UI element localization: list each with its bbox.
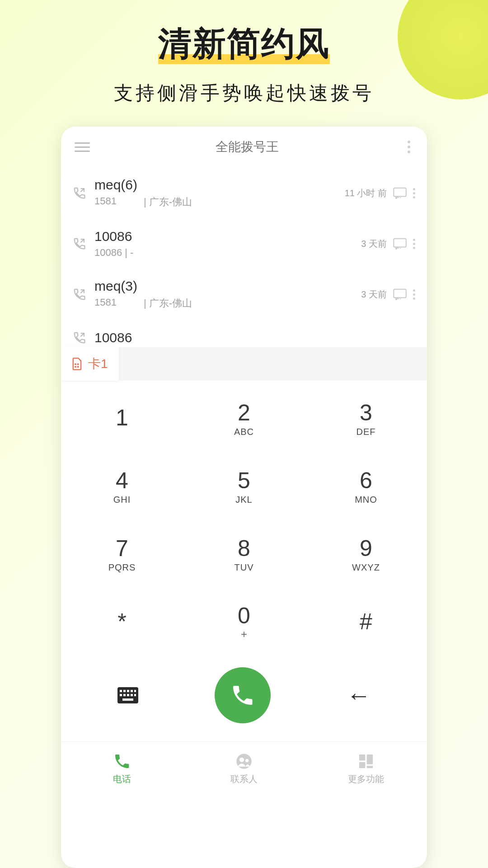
call-log-number: 1581 (94, 195, 117, 209)
svg-rect-20 (131, 690, 133, 692)
call-log-main: meq(6) 1581 | 广东-佛山 (94, 177, 337, 209)
outgoing-call-icon (73, 288, 86, 301)
call-log-main: meq(3) 1581 | 广东-佛山 (94, 278, 353, 310)
phone-icon (230, 683, 255, 708)
backspace-icon[interactable]: ← (347, 681, 371, 709)
svg-rect-14 (75, 366, 76, 368)
contacts-tab-icon (235, 752, 253, 770)
dialpad-key-7[interactable]: 7PQRS (61, 520, 183, 588)
dialpad-key-2[interactable]: 2ABC (183, 384, 305, 452)
svg-point-10 (399, 298, 399, 299)
phone-frame: 全能拨号王 meq(6) 1581 | 广东-佛山 11 小时 前 (61, 127, 427, 868)
row-overflow-icon[interactable] (413, 239, 415, 249)
svg-point-2 (399, 197, 399, 198)
svg-point-29 (239, 758, 244, 762)
call-log-time: 3 天前 (361, 238, 387, 250)
bottom-nav: 电话 联系人 更多功能 (61, 741, 427, 796)
svg-rect-4 (394, 239, 406, 247)
hamburger-menu-icon[interactable] (75, 142, 90, 152)
svg-rect-34 (367, 766, 373, 768)
call-log-name: 10086 (94, 229, 353, 244)
outgoing-call-icon (73, 186, 86, 200)
sim-card-chip[interactable]: 卡1 (61, 347, 119, 381)
keyboard-toggle-icon[interactable] (117, 687, 139, 704)
promo-title: 清新简约风 (158, 22, 330, 67)
nav-phone[interactable]: 电话 (61, 742, 183, 796)
promo-subtitle: 支持侧滑手势唤起快速拨号 (0, 80, 488, 106)
call-log-number: 1581 (94, 297, 117, 310)
dialpad-key-4[interactable]: 4GHI (61, 452, 183, 520)
svg-rect-23 (123, 694, 126, 696)
row-overflow-icon[interactable] (413, 188, 415, 198)
svg-rect-18 (123, 690, 126, 692)
svg-rect-24 (127, 694, 129, 696)
call-log-location: | 广东-佛山 (144, 195, 192, 209)
sim-label: 卡1 (88, 355, 108, 373)
outgoing-call-icon (73, 237, 86, 250)
dialpad-key-star[interactable]: * (61, 588, 183, 656)
svg-rect-21 (134, 690, 136, 692)
dialpad-action-row: ← (61, 656, 427, 741)
nav-more[interactable]: 更多功能 (305, 742, 427, 796)
call-log-name: meq(6) (94, 177, 337, 193)
app-header: 全能拨号王 (61, 127, 427, 167)
svg-rect-19 (127, 690, 129, 692)
svg-point-30 (245, 759, 249, 762)
more-tab-icon (357, 752, 375, 770)
call-log-name: meq(3) (94, 278, 353, 294)
dialpad-key-6[interactable]: 6MNO (305, 452, 427, 520)
message-icon[interactable] (393, 288, 407, 300)
svg-rect-22 (120, 694, 122, 696)
call-log-location: | 广东-佛山 (144, 297, 192, 310)
nav-more-label: 更多功能 (348, 773, 384, 785)
call-log-time: 11 小时 前 (345, 187, 387, 199)
svg-point-11 (400, 298, 401, 299)
svg-point-9 (397, 298, 398, 299)
dialpad-key-8[interactable]: 8TUV (183, 520, 305, 588)
overflow-menu-icon[interactable] (404, 141, 413, 153)
svg-rect-17 (120, 690, 122, 692)
svg-point-1 (397, 197, 398, 198)
nav-phone-label: 电话 (113, 773, 131, 785)
svg-rect-13 (77, 363, 79, 365)
phone-tab-icon (113, 752, 131, 770)
call-log-item[interactable]: 10086 (66, 320, 422, 347)
svg-rect-27 (122, 698, 133, 701)
svg-point-6 (399, 248, 399, 249)
sim-card-icon (72, 357, 83, 371)
dialpad-key-5[interactable]: 5JKL (183, 452, 305, 520)
svg-point-3 (400, 197, 401, 198)
call-log-time: 3 天前 (361, 288, 387, 301)
svg-point-5 (397, 248, 398, 249)
call-log-list[interactable]: meq(6) 1581 | 广东-佛山 11 小时 前 10086 10086 … (61, 167, 427, 347)
dialpad-key-hash[interactable]: # (305, 588, 427, 656)
call-log-name: 10086 (94, 330, 415, 345)
dialpad-key-0[interactable]: 0+ (183, 588, 305, 656)
svg-rect-8 (394, 289, 406, 298)
message-icon[interactable] (393, 238, 407, 250)
dialpad-key-3[interactable]: 3DEF (305, 384, 427, 452)
call-log-main: 10086 10086 | - (94, 229, 353, 259)
svg-rect-15 (77, 366, 79, 368)
svg-point-7 (400, 248, 401, 249)
row-overflow-icon[interactable] (413, 289, 415, 300)
svg-rect-33 (359, 762, 365, 768)
svg-rect-12 (75, 363, 76, 365)
call-log-item[interactable]: meq(6) 1581 | 广东-佛山 11 小时 前 (66, 167, 422, 219)
svg-rect-0 (394, 188, 406, 197)
nav-contacts[interactable]: 联系人 (183, 742, 305, 796)
dialpad-key-1[interactable]: 1 (61, 384, 183, 452)
call-log-main: 10086 (94, 330, 415, 345)
message-icon[interactable] (393, 187, 407, 199)
svg-rect-31 (359, 755, 365, 760)
dialpad-key-9[interactable]: 9WXYZ (305, 520, 427, 588)
outgoing-call-icon (73, 331, 86, 344)
call-log-number: 10086 | - (94, 247, 133, 259)
svg-rect-32 (367, 755, 373, 764)
dialpad: 1 2ABC 3DEF 4GHI 5JKL 6MNO 7PQRS 8TUV 9W… (61, 381, 427, 656)
call-log-item[interactable]: meq(3) 1581 | 广东-佛山 3 天前 (66, 269, 422, 320)
call-log-item[interactable]: 10086 10086 | - 3 天前 (66, 219, 422, 269)
app-title: 全能拨号王 (216, 138, 279, 156)
nav-contacts-label: 联系人 (230, 773, 258, 785)
call-button[interactable] (215, 667, 271, 723)
